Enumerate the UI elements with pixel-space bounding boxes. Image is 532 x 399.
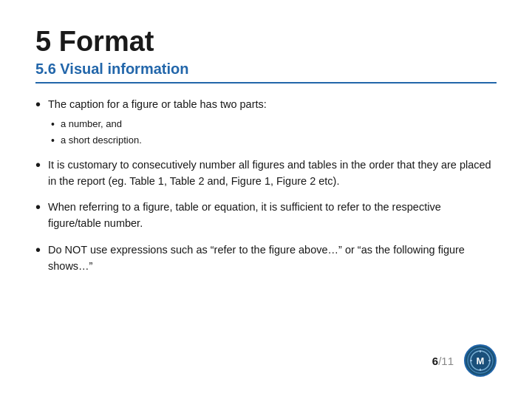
bullet-dot-2: • [35,156,41,174]
logo-svg: M [467,347,494,374]
bullet-dot-1: • [35,95,41,113]
bullet-item-4: • Do NOT use expressions such as “refer … [35,242,497,275]
bullet-text-1: The caption for a figure or table has tw… [48,97,497,147]
sub-bullet-1a: • a number, and [51,117,497,131]
sub-bullets-1: • a number, and • a short description. [51,117,497,147]
content-area: • The caption for a figure or table has … [35,97,497,338]
current-page: 6 [432,355,438,367]
bullet-text-3: When referring to a figure, table or equ… [48,200,497,232]
divider [35,82,497,83]
bullet-dot-4: • [35,241,41,259]
sub-bullet-dot-1b: • [51,134,55,147]
bullet-item-2: • It is customary to consecutively numbe… [35,157,497,190]
university-logo: M [464,344,497,377]
subtitle: 5.6 Visual information [35,61,497,78]
bullet-text-2: It is customary to consecutively number … [48,157,497,190]
total-pages: 11 [441,355,454,367]
main-title: 5 Format [35,27,497,58]
bullet-item-1: • The caption for a figure or table has … [35,97,497,147]
sub-bullet-1b: • a short description. [51,134,497,147]
bullet-text-4: Do NOT use expressions such as “refer to… [48,242,497,275]
slide: 5 Format 5.6 Visual information • The ca… [0,0,532,399]
footer: 6/11 M [35,338,497,377]
page-number: 6/11 [432,355,454,367]
sub-bullet-dot-1a: • [51,117,55,131]
svg-text:M: M [477,355,485,366]
bullet-dot-3: • [35,198,41,216]
bullet-item-3: • When referring to a figure, table or e… [35,200,497,232]
